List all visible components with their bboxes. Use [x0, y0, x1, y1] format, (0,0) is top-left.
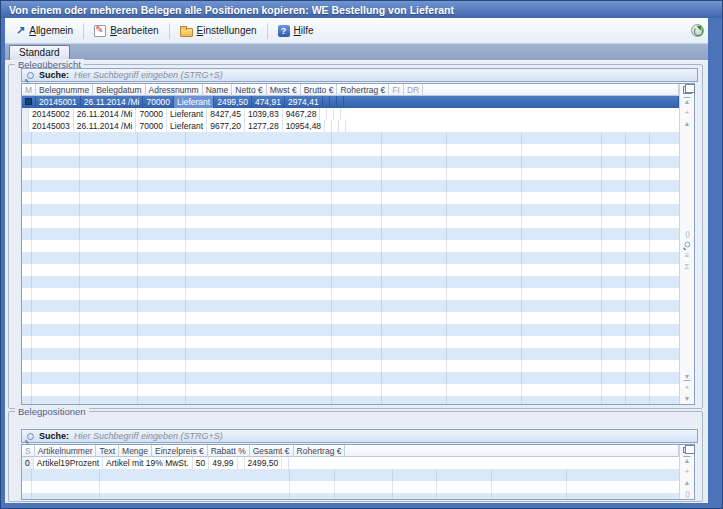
column-chooser-icon[interactable] [683, 86, 692, 94]
menu-separator [83, 23, 84, 39]
cell-name: Lieferant [167, 108, 207, 120]
selected-row-marker [25, 98, 32, 105]
col-filler [423, 84, 679, 96]
folder-settings-icon [180, 28, 193, 37]
col-rohertrag: Rohertrag € [337, 84, 389, 96]
column-divider [381, 132, 382, 404]
menu-hilfe-label: Hilfe [294, 25, 314, 36]
scroll-to-bottom-icon[interactable]: ▼ [681, 371, 694, 382]
cell-filler [344, 96, 679, 108]
cell-menge: 50 [193, 457, 209, 469]
parentheses-icon[interactable]: ( ) [681, 488, 694, 499]
belege-grid-side-toolbar: ▲ + ▲ ( ) ≡ Σ ▼ + ▼ [679, 84, 694, 404]
col-fi: FI [389, 84, 404, 96]
refresh-icon[interactable] [691, 24, 704, 37]
menu-separator [169, 23, 170, 39]
cell-brutto: 2974,41 [285, 96, 323, 108]
cell-adressnummer: 70000 [136, 120, 167, 132]
col-adressnummer: Adressnumm [146, 84, 203, 96]
column-divider [31, 132, 32, 404]
belege-row-2[interactable]: 20145002 26.11.2014 /Mi 70000 Lieferant … [22, 108, 679, 120]
positionen-empty-rows [22, 469, 679, 499]
scroll-down-icon[interactable]: ▼ [681, 393, 694, 404]
cell-dr [337, 96, 344, 108]
list-icon[interactable]: ≡ [681, 250, 694, 261]
menubar: ↗ Allgemein Bearbeiten Einstellungen ? H… [5, 18, 708, 44]
sum-icon[interactable]: Σ [681, 261, 694, 272]
cell-s: 0 [22, 457, 34, 469]
column-divider [331, 132, 332, 404]
arrow-up-right-icon: ↗ [16, 25, 25, 36]
col-name: Name [203, 84, 233, 96]
search-icon [27, 433, 34, 440]
cell-adressnummer: 70000 [136, 108, 167, 120]
positionen-search-bar[interactable]: Suche: Hier Suchbegriff eingeben (STRG+S… [21, 429, 698, 443]
menu-einstellungen[interactable]: Einstellungen [173, 22, 264, 40]
col-dr: DR [404, 84, 423, 96]
cell-row-marker [22, 120, 29, 132]
scroll-to-top-icon[interactable]: ▲ [681, 455, 694, 466]
column-divider [521, 132, 522, 404]
cell-name: Lieferant [174, 96, 214, 108]
cell-filler [346, 120, 679, 132]
cell-dr [339, 120, 346, 132]
col-artikelnummer: Artikelnummer [35, 445, 97, 457]
column-divider [649, 132, 650, 404]
column-chooser-icon[interactable] [683, 447, 692, 453]
col-s: S [22, 445, 35, 457]
menu-hilfe[interactable]: ? Hilfe [271, 22, 321, 40]
scroll-to-top-icon[interactable]: ▲ [681, 96, 694, 107]
scroll-up-icon[interactable]: ▲ [681, 118, 694, 129]
cell-artikelnummer: Artikel19Prozent [34, 457, 103, 469]
belege-row-1[interactable]: 20145001 26.11.2014 /Mi 70000 Lieferant … [22, 96, 679, 108]
menu-einstellungen-label: Einstellungen [197, 25, 257, 36]
scroll-up-icon[interactable]: ▲ [681, 477, 694, 488]
column-divider [334, 469, 335, 499]
belege-grid-header[interactable]: M Belegnumme Belegdatum Adressnumm Name … [22, 84, 679, 96]
positionen-search-label: Suche: [39, 431, 69, 441]
cell-rabatt [238, 457, 245, 469]
cell-row-marker [22, 108, 29, 120]
positionen-grid-header[interactable]: S Artikelnummer Text Menge Einzelpreis €… [22, 445, 679, 457]
cell-row-marker [22, 96, 36, 108]
edit-note-icon [94, 25, 106, 37]
cell-mwst: 1277,28 [245, 120, 283, 132]
group-belegpositionen-label: Belegpositionen [15, 406, 89, 417]
plus-icon[interactable]: + [681, 107, 694, 118]
cell-dr [334, 108, 341, 120]
parentheses-icon[interactable]: ( ) [681, 228, 694, 239]
position-row-1[interactable]: 0 Artikel19Prozent Artikel mit 19% MwSt.… [22, 457, 679, 469]
menu-separator [267, 23, 268, 39]
plus-icon[interactable]: + [681, 466, 694, 477]
positionen-search-placeholder: Hier Suchbegriff eingeben (STRG+S) [74, 431, 223, 441]
col-m: M [22, 84, 36, 96]
cell-netto: 2499,50 [214, 96, 252, 108]
cell-brutto: 10954,48 [283, 120, 325, 132]
dialog-window: Von einem oder mehreren Belegen alle Pos… [0, 0, 723, 509]
menu-allgemein[interactable]: ↗ Allgemein [9, 22, 80, 39]
col-text: Text [96, 445, 119, 457]
cell-rohertrag [282, 457, 289, 469]
plus-icon[interactable]: + [681, 382, 694, 393]
menu-bearbeiten[interactable]: Bearbeiten [87, 22, 165, 40]
titlebar[interactable]: Von einem oder mehreren Belegen alle Pos… [1, 1, 722, 18]
tab-standard[interactable]: Standard [9, 45, 70, 60]
positionen-grid: S Artikelnummer Text Menge Einzelpreis €… [21, 444, 695, 500]
belege-search-placeholder: Hier Suchbegriff eingeben (STRG+S) [74, 70, 223, 80]
col-einzelpreis: Einzelpreis € [152, 445, 208, 457]
cell-belegnummer: 20145001 [36, 96, 81, 108]
belege-search-label: Suche: [39, 70, 69, 80]
cell-brutto: 9467,28 [283, 108, 321, 120]
cell-rohertrag [320, 108, 327, 120]
belege-search-bar[interactable]: Suche: Hier Suchbegriff eingeben (STRG+S… [21, 68, 698, 82]
magnifier-icon[interactable] [681, 239, 694, 250]
cell-belegnummer: 20145002 [29, 108, 74, 120]
column-divider [185, 132, 186, 404]
column-divider [137, 132, 138, 404]
belege-row-3[interactable]: 20145003 26.11.2014 /Mi 70000 Lieferant … [22, 120, 679, 132]
cell-name: Lieferant [167, 120, 207, 132]
cell-rohertrag [325, 120, 332, 132]
col-belegdatum: Belegdatum [93, 84, 145, 96]
column-divider [601, 132, 602, 404]
cell-gesamt: 2499,50 [245, 457, 283, 469]
